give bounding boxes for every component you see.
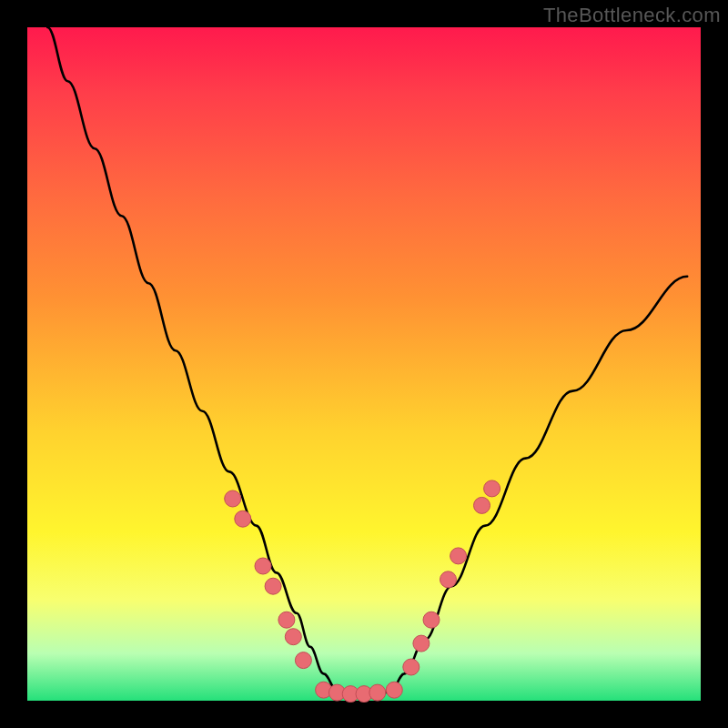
marker-dot <box>225 490 241 507</box>
marker-dot <box>285 629 301 645</box>
marker-layer <box>225 480 500 703</box>
marker-dot <box>440 571 457 588</box>
marker-dot <box>235 511 251 527</box>
bottleneck-curve <box>47 27 687 697</box>
plot-area <box>27 27 701 701</box>
curve-layer <box>47 27 687 697</box>
marker-dot <box>474 497 490 513</box>
marker-dot <box>255 558 271 574</box>
marker-dot <box>484 480 500 497</box>
marker-dot <box>265 578 281 594</box>
marker-dot <box>450 548 467 564</box>
marker-dot <box>295 652 311 669</box>
marker-dot <box>403 659 420 675</box>
marker-dot <box>413 635 430 652</box>
marker-dot <box>386 682 402 698</box>
marker-dot <box>423 612 440 628</box>
chart-frame: TheBottleneck.com <box>0 0 728 728</box>
marker-dot <box>278 612 295 628</box>
chart-svg <box>27 27 701 701</box>
watermark-text: TheBottleneck.com <box>543 4 721 27</box>
marker-dot <box>369 684 386 701</box>
